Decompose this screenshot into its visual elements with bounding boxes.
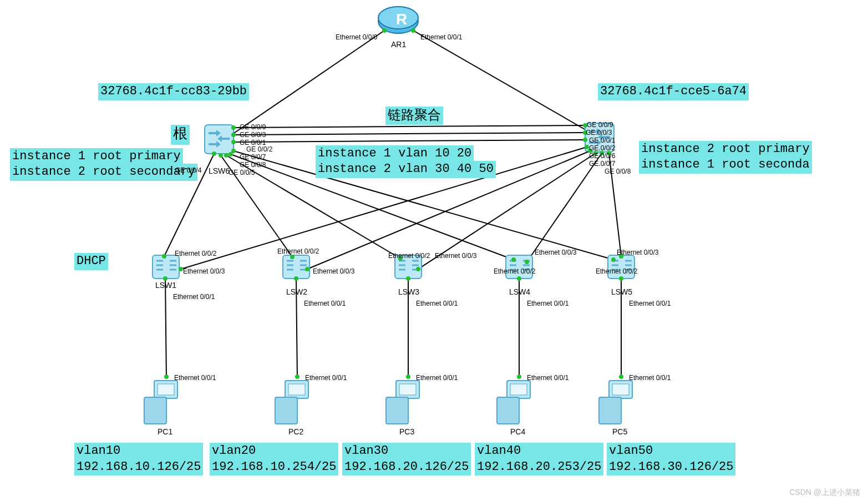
lsw3-e1: Ethernet 0/0/1: [416, 300, 458, 307]
pc2-name: PC2: [288, 427, 303, 436]
svg-line-9: [234, 125, 585, 128]
svg-rect-73: [288, 384, 305, 395]
svg-rect-69: [144, 397, 166, 424]
lsw5-e3: Ethernet 0/0/3: [617, 249, 658, 256]
svg-point-16: [231, 140, 236, 144]
lsw6-ge2: GE 0/0/2: [246, 145, 272, 153]
svg-point-5: [382, 28, 387, 33]
pc4-port: Ethernet 0/0/1: [527, 374, 568, 382]
pc5-name: PC5: [612, 427, 627, 436]
lsw6-ge4: GE 0/0/4: [175, 166, 201, 174]
pc4-vlan: vlan40 192.168.20.253/25: [475, 443, 603, 475]
svg-rect-78: [497, 397, 519, 424]
pc3-icon[interactable]: [386, 381, 419, 424]
svg-point-64: [517, 276, 521, 281]
pc1-icon[interactable]: [144, 381, 177, 424]
lsw6-ge7: GE 0/0/7: [240, 153, 266, 161]
lsw3-e3: Ethernet 0/0/3: [435, 252, 476, 260]
svg-rect-81: [599, 397, 621, 424]
lsw5-e2: Ethernet 0/0/2: [596, 267, 637, 275]
svg-point-59: [164, 375, 169, 379]
lsw7-ge1: GE 0/0/1: [589, 136, 615, 144]
svg-point-49: [511, 257, 516, 262]
lsw4-e3: Ethernet 0/0/3: [535, 249, 576, 256]
pc3-name: PC3: [399, 427, 414, 436]
pc4-vlan-name: vlan40: [477, 444, 521, 458]
svg-rect-38: [153, 255, 179, 279]
svg-rect-70: [158, 384, 174, 395]
watermark: CSDN @上进小菜猪: [789, 488, 860, 498]
pc2-vlan-name: vlan20: [212, 444, 256, 458]
svg-point-62: [406, 276, 410, 281]
pc2-ip: 192.168.10.254/25: [212, 460, 336, 474]
pc3-ip: 192.168.20.126/25: [344, 460, 469, 474]
lsw4-e1: Ethernet 0/0/1: [527, 300, 568, 307]
svg-point-24: [219, 153, 223, 158]
svg-point-65: [517, 375, 521, 379]
svg-point-67: [619, 375, 623, 379]
svg-point-33: [585, 145, 589, 149]
lsw7-inst2: instance 1 root seconda: [639, 156, 812, 174]
svg-point-66: [619, 276, 623, 281]
lsw3-e2: Ethernet 0/0/2: [388, 252, 430, 260]
ar1-port1: Ethernet 0/0/1: [420, 33, 462, 41]
pc2-port: Ethernet 0/0/1: [305, 374, 347, 382]
lsw6-mac: 32768.4c1f-cc83-29bb: [98, 83, 249, 100]
lsw2-icon[interactable]: [283, 255, 309, 279]
lsw3-name: LSW3: [398, 287, 419, 296]
svg-line-10: [234, 133, 585, 135]
svg-point-61: [295, 375, 300, 379]
lsw7-ge7: GE.0/0/7: [589, 160, 615, 168]
svg-line-3: [227, 31, 384, 138]
pc3-vlan-name: vlan30: [344, 444, 388, 458]
lsw1-e1: Ethernet 0/0/1: [173, 293, 215, 301]
lsw1-name: LSW1: [155, 281, 176, 290]
pc2-icon[interactable]: [275, 381, 308, 424]
svg-point-23: [212, 151, 216, 156]
lsw7-mac: 32768.4c1f-cce5-6a74: [598, 83, 749, 100]
lsw5-e1: Ethernet 0/0/1: [629, 300, 671, 307]
lsw6-ge8: GE 0/0/8: [240, 161, 266, 169]
lsw4-name: LSW4: [509, 287, 530, 296]
svg-rect-82: [612, 384, 629, 395]
lsw7-ge3: GE.0/0/3: [586, 129, 612, 136]
svg-point-60: [294, 276, 298, 281]
svg-rect-39: [283, 255, 309, 279]
trunk-vlanb: instance 2 vlan 30 40 50: [316, 161, 496, 178]
svg-point-51: [611, 257, 616, 262]
lsw2-name: LSW2: [286, 287, 307, 296]
ar1-name: AR1: [391, 40, 406, 49]
lsw6-ge3: GE 0/0/3: [240, 131, 266, 139]
pc4-icon[interactable]: [497, 381, 530, 424]
svg-point-17: [583, 138, 587, 142]
svg-rect-79: [510, 384, 527, 395]
lsw2-e2: Ethernet 0/0/2: [277, 247, 319, 255]
pc5-vlan: vlan50 192.168.30.126/25: [607, 443, 735, 475]
svg-point-6: [411, 28, 415, 33]
svg-line-11: [234, 140, 585, 142]
lsw4-e2: Ethernet 0/0/2: [494, 267, 535, 275]
svg-point-12: [231, 125, 236, 130]
lsw1-icon[interactable]: [153, 255, 179, 279]
pc1-ip: 192.168.10.126/25: [77, 460, 201, 474]
pc1-name: PC1: [158, 427, 172, 436]
pc5-icon[interactable]: [599, 381, 632, 424]
svg-point-58: [163, 276, 167, 281]
pc5-vlan-name: vlan50: [609, 444, 653, 458]
lsw6-inst2: instance 2 root secondary: [10, 164, 197, 181]
dhcp-label: DHCP: [74, 253, 108, 270]
lsw7-ge6: GE 0/0/6: [589, 152, 615, 160]
pc5-port: Ethernet 0/0/1: [629, 374, 671, 382]
svg-point-44: [179, 267, 183, 271]
lsw6-icon[interactable]: [205, 125, 234, 154]
pc2-vlan: vlan20 192.168.10.254/25: [210, 443, 338, 475]
pc4-name: PC4: [510, 427, 525, 436]
lsw2-e3: Ethernet 0/0/3: [313, 267, 354, 275]
lsw6-ge9: GE 0/0/9: [240, 123, 266, 131]
lsw5-name: LSW5: [611, 287, 632, 296]
svg-point-14: [231, 133, 236, 137]
svg-point-43: [162, 254, 166, 259]
ar1-port0: Ethernet 0/0/0: [336, 33, 377, 41]
pc1-vlan: vlan10 192.168.10.126/25: [74, 443, 203, 475]
trunk-title: 链路聚合: [385, 107, 443, 125]
